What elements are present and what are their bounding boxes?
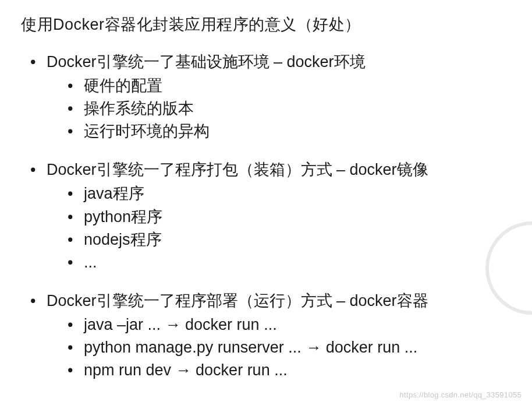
watermark: https://blog.csdn.net/qq_33591055 <box>400 390 522 399</box>
list-item-text: java –jar ... → docker run ... <box>84 314 277 336</box>
section-3-heading-row: • Docker引擎统一了程序部署（运行）方式 – docker容器 <box>30 290 511 311</box>
list-item-text: npm run dev → docker run ... <box>84 359 288 382</box>
section-3-list: • java –jar ... → docker run ... • pytho… <box>30 314 511 382</box>
list-item-text: ... <box>84 251 97 274</box>
section-1-heading: Docker引擎统一了基础设施环境 – docker环境 <box>47 51 366 72</box>
section-2-list: • java程序 • python程序 • nodejs程序 • ... <box>30 182 511 274</box>
list-item-text: nodejs程序 <box>84 228 162 251</box>
list-item: • 硬件的配置 <box>68 75 511 97</box>
bullet-icon: • <box>68 97 84 120</box>
list-item: • nodejs程序 <box>68 228 511 251</box>
list-item: • python程序 <box>68 206 511 228</box>
bullet-icon: • <box>68 206 84 228</box>
list-item: • java –jar ... → docker run ... <box>68 314 511 336</box>
section-3-heading: Docker引擎统一了程序部署（运行）方式 – docker容器 <box>47 290 428 311</box>
list-item-text: 操作系统的版本 <box>84 97 194 120</box>
section-1-list: • 硬件的配置 • 操作系统的版本 • 运行时环境的异构 <box>30 75 511 143</box>
bullet-icon: • <box>68 228 84 251</box>
bullet-icon: • <box>68 182 84 205</box>
list-item-text: 运行时环境的异构 <box>84 120 210 143</box>
list-item: • java程序 <box>68 182 511 205</box>
list-item: • 运行时环境的异构 <box>68 120 511 143</box>
outer-list: • Docker引擎统一了基础设施环境 – docker环境 • 硬件的配置 •… <box>21 51 511 382</box>
list-item-text: java程序 <box>84 182 144 205</box>
bullet-icon: • <box>68 314 84 336</box>
list-item-text: python manage.py runserver ... → docker … <box>84 336 417 359</box>
page-title: 使用Docker容器化封装应用程序的意义（好处） <box>21 14 511 35</box>
list-item-text: python程序 <box>84 206 162 228</box>
section-2-heading: Docker引擎统一了程序打包（装箱）方式 – docker镜像 <box>47 159 428 180</box>
bullet-icon: • <box>68 75 84 97</box>
bullet-icon: • <box>68 120 84 143</box>
list-item: • python manage.py runserver ... → docke… <box>68 336 511 359</box>
bullet-icon: • <box>68 336 84 359</box>
section-3: • Docker引擎统一了程序部署（运行）方式 – docker容器 • jav… <box>30 290 511 382</box>
list-item: • npm run dev → docker run ... <box>68 359 511 382</box>
bullet-icon: • <box>30 292 47 310</box>
section-2: • Docker引擎统一了程序打包（装箱）方式 – docker镜像 • jav… <box>30 159 511 274</box>
list-item-text: 硬件的配置 <box>84 75 162 97</box>
list-item: • ... <box>68 251 511 274</box>
bullet-icon: • <box>68 359 84 382</box>
list-item: • 操作系统的版本 <box>68 97 511 120</box>
section-2-heading-row: • Docker引擎统一了程序打包（装箱）方式 – docker镜像 <box>30 159 511 180</box>
bullet-icon: • <box>68 251 84 274</box>
section-1: • Docker引擎统一了基础设施环境 – docker环境 • 硬件的配置 •… <box>30 51 511 143</box>
bullet-icon: • <box>30 161 47 179</box>
section-1-heading-row: • Docker引擎统一了基础设施环境 – docker环境 <box>30 51 511 72</box>
bullet-icon: • <box>30 53 47 71</box>
